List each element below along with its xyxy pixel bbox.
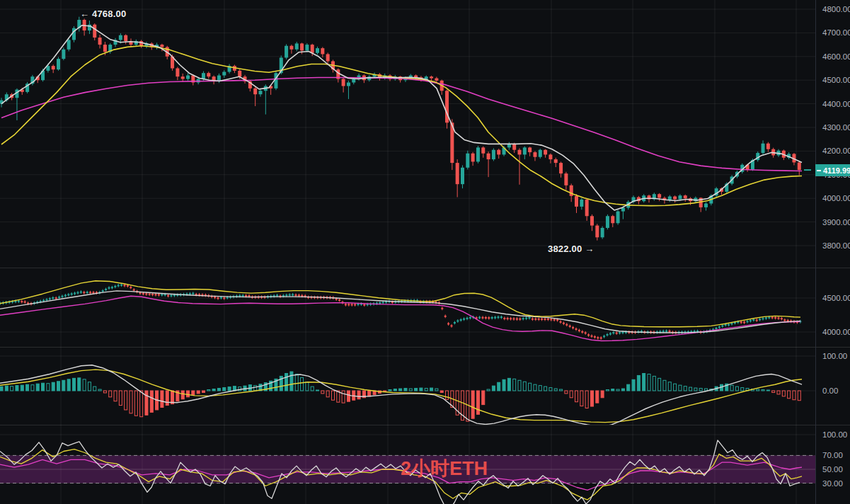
main-axis-label: 4500.00 [822,76,850,84]
main-axis-label: 4800.00 [822,5,850,13]
last-price-value: 4119.99 [823,166,850,175]
price-tick-dash [817,170,821,171]
main-axis-label: 4000.00 [822,194,850,202]
main-axis-label: 4300.00 [822,123,850,132]
secondary-axis-label: 4500.00 [822,294,850,302]
macd-axis-label: 0.00 [822,386,838,395]
main-axis-label: 4600.00 [822,52,850,61]
kdj-axis-label: 70.00 [822,451,843,459]
last-price-badge: 4119.99 [815,164,850,176]
trading-chart-root: 4800.004700.004600.004500.004400.004300.… [0,0,850,504]
main-axis-label: 3800.00 [822,241,850,250]
high-price-annotation: ← 4768.00 [80,8,126,19]
main-axis-label: 4200.00 [822,147,850,155]
secondary-axis-label: 4000.00 [822,328,850,336]
price-chart-canvas[interactable]: 4800.004700.004600.004500.004400.004300.… [0,0,850,504]
kdj-axis-label: 30.00 [822,479,843,488]
watermark-label: 2小时ETH [401,456,488,481]
kdj-axis-label: 50.00 [822,465,843,474]
main-axis-label: 4400.00 [822,100,850,108]
kdj-axis-label: 100.00 [822,430,847,439]
macd-axis-label: 100.00 [822,352,847,360]
main-axis-label: 4700.00 [822,28,850,37]
low-price-annotation: 3822.00 → [548,244,594,254]
main-axis-label: 3900.00 [822,218,850,227]
